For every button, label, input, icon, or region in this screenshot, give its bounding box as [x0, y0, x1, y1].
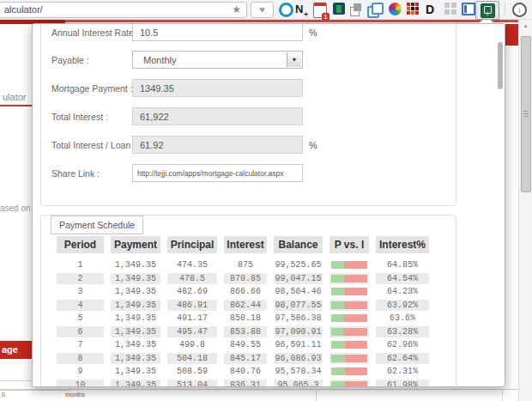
table-cell: 508.59 [167, 366, 217, 377]
pvi-bar [331, 314, 367, 322]
interest-pct-cell: 61.98% [376, 380, 429, 387]
pvi-bar-cell [329, 286, 369, 297]
layout-frame-extension-icon[interactable] [462, 3, 475, 15]
pages-extension-icon[interactable] [367, 3, 381, 16]
pvi-bar-cell [329, 339, 369, 350]
page-tab-fragment[interactable]: ulator [3, 92, 27, 102]
column-header: Period [57, 236, 104, 253]
table-cell: 474.35 [167, 259, 217, 270]
total-interest-loan-field-label: Total Interest / Loan : [51, 140, 136, 150]
browser-scrollbar[interactable]: ▲ [518, 20, 532, 401]
payable-select-value: Monthly [143, 55, 177, 65]
table-cell: 2 [57, 273, 104, 284]
gray-grid-extension-icon[interactable] [444, 3, 456, 15]
interest-pct-cell: 62.31% [376, 366, 429, 377]
table-cell: 1,349.35 [111, 353, 160, 364]
table-cell: 875 [224, 259, 267, 270]
mortgage-payment-field [132, 79, 303, 97]
letter-d-extension-icon[interactable]: D [426, 3, 439, 16]
table-cell: 1,349.35 [111, 380, 160, 387]
interest-bar-segment [345, 381, 367, 387]
table-cell: 840.76 [224, 366, 267, 377]
scroll-up-arrow-icon[interactable]: ▲ [519, 23, 532, 28]
table-cell: 1,349.35 [111, 339, 160, 350]
favorites-heart-button[interactable]: ♥ [251, 2, 274, 18]
dropdown-arrow-icon[interactable]: ▼ [287, 52, 301, 67]
calendar-extension-icon[interactable]: 1 [313, 3, 327, 18]
blue-circle-extension-icon[interactable] [279, 3, 293, 17]
browser-scrollbar-thumb[interactable] [521, 36, 531, 192]
interest-bar-segment [344, 314, 367, 322]
annual-interest-rate-field-label: Annual Interest Rate : [51, 27, 139, 38]
total-interest-loan-field [132, 136, 303, 154]
interest-bar-segment [345, 368, 367, 375]
principal-bar-segment [331, 288, 344, 295]
page-red-button-fragment[interactable]: age Calc [0, 341, 33, 359]
pvi-bar-cell [329, 259, 369, 270]
table-cell: 95,065.3 [274, 380, 323, 387]
interest-pct-cell: 64.23% [376, 286, 429, 297]
pvi-bar-cell [329, 300, 369, 311]
table-cell: 1,349.35 [111, 326, 160, 337]
table-cell: 482.69 [167, 286, 217, 297]
interest-bar-segment [345, 341, 367, 349]
bookmark-star-icon[interactable]: ★ [232, 3, 241, 15]
table-cell: 1 [57, 259, 104, 270]
table-row: 41,349.35486.91862.4498,077.5563.92% [41, 299, 456, 313]
principal-bar-segment [331, 341, 345, 349]
total-interest-loan-field-row: Total Interest / Loan :% [41, 136, 456, 155]
mortgage-payment-field-label: Mortgage Payment : [51, 83, 133, 94]
note-n-extension-icon[interactable]: N+ [295, 3, 309, 16]
annual-interest-rate-field[interactable] [132, 23, 303, 41]
annual-interest-rate-field-row: Annual Interest Rate :% [41, 23, 456, 42]
payable-select[interactable]: Monthly▼ [132, 51, 303, 69]
share-link-field-row: Share Link : [41, 164, 456, 183]
annual-interest-rate-field-suffix: % [309, 27, 317, 38]
column-header: Payment [111, 236, 160, 253]
table-cell: 491.17 [167, 313, 217, 324]
table-cell: 3 [57, 286, 104, 297]
dots-grid-extension-icon[interactable] [407, 3, 420, 15]
toolbar-separator [505, 3, 505, 15]
page-months-label: months [65, 392, 85, 398]
table-row: 61,349.35495.47853.8897,090.9163.28% [41, 325, 456, 339]
pvi-bar [331, 381, 367, 387]
table-cell: 97,586.38 [274, 313, 323, 324]
pvi-bar-cell [329, 326, 369, 337]
image-extension-icon[interactable] [333, 3, 345, 15]
share-link-field[interactable] [132, 164, 303, 182]
principal-bar-segment [331, 381, 345, 387]
interest-pct-cell: 62.64% [376, 353, 429, 364]
popup-scrollbar-thumb[interactable] [498, 42, 503, 89]
browser-toolbar: alculator/ ★ ♥ N+ 1 D ↓ ↓ [0, 0, 532, 20]
pvi-bar-cell [329, 366, 369, 377]
tab-payment-schedule[interactable]: Payment Schedule [51, 216, 143, 234]
table-cell: 1,349.35 [111, 286, 160, 297]
pvi-bar [331, 261, 367, 269]
interest-bar-segment [344, 261, 367, 269]
table-cell: 10 [57, 380, 104, 387]
page-red-banner-line [0, 20, 532, 22]
table-cell: 1,349.35 [111, 273, 160, 284]
table-row: 91,349.35508.59840.7695,578.3462.31% [41, 365, 456, 379]
copy-extension-icon[interactable] [350, 3, 364, 16]
table-cell: 96,591.11 [274, 339, 323, 350]
table-cell: 99,047.15 [274, 273, 323, 284]
pvi-bar [331, 355, 367, 362]
principal-bar-segment [331, 301, 344, 309]
table-cell: 862.44 [224, 300, 267, 311]
table-cell: 849.55 [224, 339, 267, 350]
interest-pct-cell: 63.28% [376, 326, 429, 337]
download-icon[interactable]: ↓ [512, 3, 527, 17]
interest-pct-cell: 63.92% [376, 300, 429, 311]
total-interest-loan-field-suffix: % [309, 140, 317, 150]
pvi-bar [331, 328, 367, 336]
screenshot-extension-icon-active[interactable]: ↓ [475, 1, 499, 20]
schedule-header-row: PeriodPaymentPrincipalInterestBalanceP v… [41, 236, 456, 253]
interest-bar-segment [344, 301, 367, 309]
table-row: 11,349.35474.3587599,525.6564.85% [41, 258, 456, 272]
address-bar[interactable]: alculator/ ★ [0, 2, 247, 18]
arrow-glyph: ↓ [486, 11, 489, 16]
color-wheel-extension-icon[interactable] [389, 3, 402, 15]
page-vertical-border-2 [502, 389, 503, 401]
